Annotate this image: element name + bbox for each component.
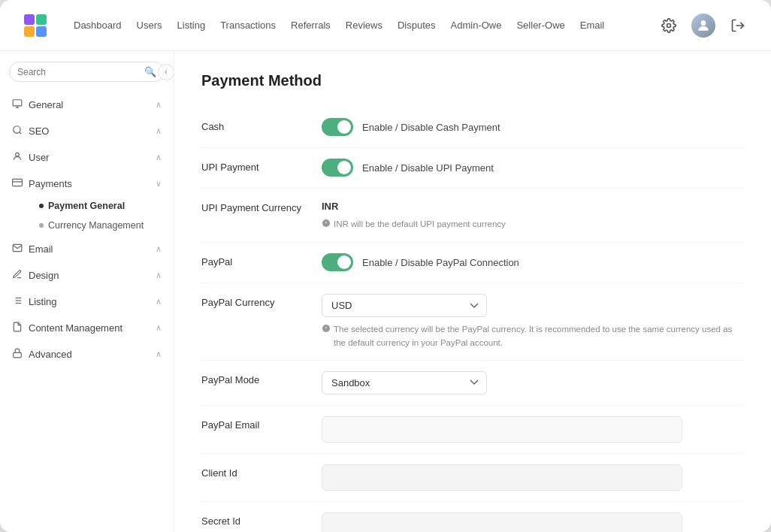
nav-referrals[interactable]: Referrals [291,20,331,31]
row-paypal-mode: PayPal Mode Sandbox Live [201,361,744,406]
chevron-seo: ∧ [156,126,162,136]
toggle-upi-slider [322,159,353,177]
row-upi-payment: UPI Payment Enable / Disable UPI Payment [201,148,744,189]
svg-point-12 [16,153,20,156]
sidebar-item-user[interactable]: User ∧ [0,145,174,170]
sidebar-section-content: Content Management ∧ [0,316,174,340]
label-upi-payment: UPI Payment [201,159,322,173]
toggle-paypal-slider [322,253,353,271]
sidebar-label-user: User [29,152,150,163]
upi-currency-hint-text: INR will be the default UPI payment curr… [334,218,506,231]
avatar[interactable] [691,14,715,38]
sidebar-label-listing: Listing [29,296,150,307]
sidebar-section-listing: Listing ∧ [0,289,174,314]
design-icon [12,269,23,282]
row-paypal-email: PayPal Email [201,406,744,454]
chevron-design: ∧ [156,271,162,280]
settings-icon[interactable] [657,14,681,38]
page-title: Payment Method [201,72,744,89]
main-content: Payment Method Cash Enable / Disable Cas… [174,51,771,532]
row-client-id: Client Id [201,454,744,502]
nav-email[interactable]: Email [580,20,605,31]
label-paypal-currency: PayPal Currency [201,294,322,308]
sidebar-section-advanced: Advanced ∧ [0,342,174,367]
sidebar-item-seo[interactable]: SEO ∧ [0,119,174,144]
svg-rect-7 [13,100,22,106]
nav-dashboard[interactable]: Dashboard [74,20,122,31]
upi-currency-value: INR [322,199,744,212]
sidebar-item-general[interactable]: General ∧ [0,92,174,117]
nav-links: Dashboard Users Listing Transactions Ref… [74,20,657,31]
sidebar-item-advanced[interactable]: Advanced ∧ [0,342,174,367]
nav-listing[interactable]: Listing [177,20,206,31]
sidebar-label-seo: SEO [29,125,150,137]
chevron-email: ∧ [156,244,162,254]
label-paypal-email: PayPal Email [201,416,322,431]
toggle-paypal[interactable] [322,253,353,271]
nav-seller-owe[interactable]: Seller-Owe [516,20,564,31]
toggle-upi[interactable] [322,159,353,177]
sidebar-section-general: General ∧ [0,92,174,117]
label-paypal: PayPal [201,253,322,268]
logo-icon[interactable] [21,11,50,40]
content-icon [12,322,23,334]
input-paypal-email[interactable] [322,416,682,443]
svg-rect-13 [13,179,23,186]
svg-rect-21 [14,352,22,357]
sidebar-item-email[interactable]: Email ∧ [0,237,174,261]
sidebar-item-listing[interactable]: Listing ∧ [0,289,174,314]
sidebar-label-email: Email [29,243,150,255]
label-secret-id: Secret Id [201,512,322,527]
paypal-currency-hint: The selected currency will be the PayPal… [322,323,744,349]
logout-icon[interactable] [726,14,750,38]
monitor-icon [12,98,23,111]
chevron-user: ∧ [156,153,162,162]
svg-point-5 [701,20,706,26]
label-paypal-mode: PayPal Mode [201,371,322,385]
payment-form: Cash Enable / Disable Cash Payment U [201,107,744,532]
chevron-listing: ∧ [156,297,162,307]
hint-icon-upi [322,219,331,231]
search-bar: 🔍 ‹ [9,62,165,82]
sidebar: 🔍 ‹ General ∧ SE [0,51,174,532]
nav-transactions[interactable]: Transactions [220,20,276,31]
chevron-content: ∧ [156,323,162,333]
sidebar-item-payments[interactable]: Payments ∨ [0,171,174,196]
nav-reviews[interactable]: Reviews [346,20,382,31]
listing-icon [12,295,23,308]
nav-users[interactable]: Users [137,20,162,31]
control-paypal-currency: USD EUR GBP INR The selected currency wi… [322,294,744,349]
sidebar-section-email: Email ∧ [0,237,174,261]
row-upi-currency: UPI Payment Currency INR INR will be the… [201,189,744,243]
row-paypal-currency: PayPal Currency USD EUR GBP INR T [201,283,744,361]
input-client-id[interactable] [322,464,682,491]
sidebar-item-currency-management[interactable]: Currency Management [27,216,174,235]
label-client-id: Client Id [201,464,322,479]
sidebar-item-content[interactable]: Content Management ∧ [0,316,174,340]
select-paypal-currency[interactable]: USD EUR GBP INR [322,294,487,317]
hint-icon-paypal-currency [322,324,331,337]
control-upi-payment: Enable / Disable UPI Payment [322,159,744,177]
nav-disputes[interactable]: Disputes [398,20,436,31]
chevron-payments: ∨ [156,179,162,189]
input-secret-id[interactable] [322,512,682,532]
sidebar-item-design[interactable]: Design ∧ [0,263,174,288]
row-secret-id: Secret Id [201,502,744,532]
search-input[interactable] [17,67,144,77]
sidebar-toggle-button[interactable]: ‹ [158,64,174,80]
user-icon [12,151,23,164]
row-cash: Cash Enable / Disable Cash Payment [201,107,744,148]
toggle-cash[interactable] [322,118,353,136]
svg-point-10 [14,126,20,133]
chevron-general: ∧ [156,100,162,110]
svg-line-11 [20,132,22,135]
sidebar-label-payments: Payments [29,178,150,189]
sidebar-item-payment-general[interactable]: Payment General [27,196,174,216]
control-paypal-email [322,416,744,443]
row-paypal: PayPal Enable / Disable PayPal Connectio… [201,243,744,283]
email-icon [12,243,23,255]
svg-rect-0 [24,14,35,25]
select-paypal-mode[interactable]: Sandbox Live [322,371,487,394]
nav-admin-owe[interactable]: Admin-Owe [451,20,502,31]
toggle-paypal-label: Enable / Disable PayPal Connection [362,257,519,268]
